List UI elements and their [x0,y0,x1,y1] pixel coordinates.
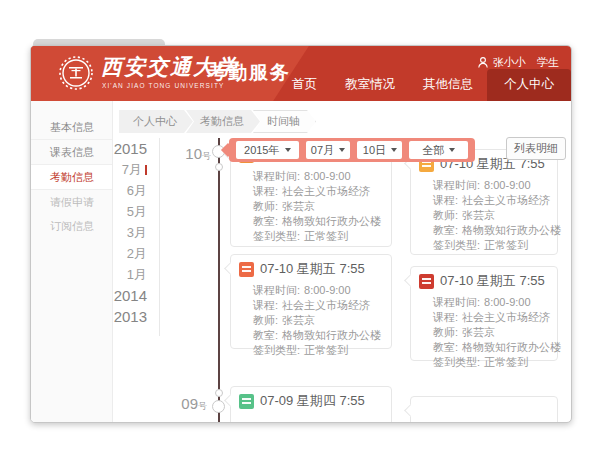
card-field: 课程时间:8:00-9:00 [433,178,549,193]
card-field-value: 张芸京 [282,200,315,212]
main-nav: 首页教室情况其他信息个人中心 [278,69,571,101]
timeline-scale-item[interactable]: 5月 [81,201,147,222]
timeline-divider [159,138,160,336]
nav-item[interactable]: 教室情况 [331,69,409,101]
card-field-value: 正常签到 [484,239,528,251]
nav-item[interactable]: 个人中心 [487,69,571,101]
timeline-scale-item[interactable]: 2013 [81,306,147,327]
card-header: 07-09 星期四 7:55 [231,387,391,412]
card-field: 签到类型:正常签到 [433,238,549,253]
card-body: 课程时间:8:00-9:00 课程:社会主义市场经济 教师:张芸京 教室:格物致… [231,280,391,364]
card-field-value: 社会主义市场经济 [282,299,370,311]
card-field-value: 社会主义市场经济 [462,194,550,206]
card-field-label: 签到类型: [253,344,300,356]
chevron-down-icon [449,148,455,152]
attendance-card: 07-10 星期五 7:55 课程时间:8:00-9:00 课程:社会主义市场经… [230,254,392,349]
timeline-node [215,163,223,171]
timeline-spine [218,138,220,422]
timeline-node [212,400,225,413]
card-field-value: 张芸京 [462,209,495,221]
day-label: 09号 [165,395,207,413]
nav-item[interactable]: 首页 [278,69,331,101]
attendance-card [410,396,558,423]
card-header: 07-10 星期五 7:55 [411,267,557,292]
user-icon [478,57,488,68]
card-field-label: 教室: [253,215,278,227]
chevron-down-icon [339,148,345,152]
card-field-value: 社会主义市场经济 [462,311,550,323]
card-header: 07-10 星期五 7:55 [231,255,391,280]
timeline-scale-item[interactable]: 3月 [81,222,147,243]
university-logo-icon [59,56,93,90]
card-field-value: 8:00-9:00 [304,170,350,182]
sidebar-item[interactable]: 基本信息 [31,115,112,140]
card-body: 课程时间:8:00-9:00 课程:社会主义市场经济 教师:张芸京 教室:格物致… [411,292,557,376]
timeline-scale-item[interactable]: 2015 [81,138,147,159]
card-field-label: 教室: [253,329,278,341]
card-field-value: 格物致知行政办公楼 [462,224,561,236]
chevron-down-icon [391,148,397,152]
user-chip[interactable]: 张小小 学生 [478,55,559,70]
card-field-label: 教师: [253,314,278,326]
card-field-label: 课程时间: [253,170,300,182]
card-body: 课程时间:8:00-9:00 课程:社会主义市场经济 教师:张芸京 教室:格物致… [231,166,391,250]
timeline-scale-item[interactable]: 2月 [81,243,147,264]
card-field-label: 课程: [433,311,458,323]
card-field: 课程:社会主义市场经济 [433,193,549,208]
card-field-label: 签到类型: [253,230,300,242]
card-field: 课程:社会主义市场经济 [253,184,383,199]
attendance-card: 07-10 星期五 7:55 课程时间:8:00-9:00 课程:社会主义市场经… [410,266,558,361]
nav-item[interactable]: 其他信息 [409,69,487,101]
card-field-value: 格物致知行政办公楼 [282,329,381,341]
card-field-value: 8:00-9:00 [304,284,350,296]
card-body [231,412,391,421]
attendance-card: 07-10 星期五 7:55 课程时间:8:00-9:00 课程:社会主义市场经… [410,149,558,255]
card-field: 课程时间:8:00-9:00 [433,295,549,310]
timeline-scale: 20157月6月5月3月2月1月20142013 [81,138,153,327]
timeline-scale-item[interactable]: 6月 [81,180,147,201]
card-field: 教师:张芸京 [253,313,383,328]
card-field-label: 课程时间: [253,284,300,296]
card-field: 签到类型:正常签到 [253,229,383,244]
card-field-label: 教室: [433,224,458,236]
card-body: 课程时间:8:00-9:00 课程:社会主义市场经济 教师:张芸京 教室:格物致… [411,175,557,259]
card-field-value: 8:00-9:00 [484,296,530,308]
timeline-scale-item[interactable]: 1月 [81,264,147,285]
day-select[interactable]: 10日 [357,141,402,159]
breadcrumb: 个人中心考勤信息时间轴 [119,110,316,133]
app-window: 西安交通大学 XI'AN JIAO TONG UNIVERSITY 考勤服务 张… [30,45,572,423]
card-field-value: 正常签到 [484,356,528,368]
card-field: 课程时间:8:00-9:00 [253,283,383,298]
timeline-scale-item[interactable]: 2014 [81,285,147,306]
timeline-scale-item[interactable]: 7月 [81,159,147,180]
card-field-value: 张芸京 [282,314,315,326]
card-field: 签到类型:正常签到 [253,343,383,358]
card-field-label: 签到类型: [433,239,480,251]
breadcrumb-item[interactable]: 考勤信息 [186,110,260,133]
year-select[interactable]: 2015年 [236,141,299,159]
card-field-value: 正常签到 [304,344,348,356]
card-field-label: 课程: [253,185,278,197]
card-header [411,397,557,419]
card-field-value: 张芸京 [462,326,495,338]
type-select[interactable]: 全部 [409,141,468,159]
card-field-label: 教师: [433,326,458,338]
user-name: 张小小 [493,55,526,70]
card-field-label: 教师: [433,209,458,221]
card-field-label: 课程时间: [433,296,480,308]
card-field-value: 格物致知行政办公楼 [462,341,561,353]
card-field-label: 课程时间: [433,179,480,191]
card-type-icon [239,262,254,277]
card-field-value: 正常签到 [304,230,348,242]
card-field: 教室:格物致知行政办公楼 [253,328,383,343]
breadcrumb-item[interactable]: 个人中心 [119,110,193,133]
card-field: 教室:格物致知行政办公楼 [433,223,549,238]
card-field-label: 教室: [433,341,458,353]
card-field-label: 课程: [433,194,458,206]
list-detail-button[interactable]: 列表明细 [506,137,566,160]
card-field: 签到类型:正常签到 [433,355,549,370]
card-field-value: 8:00-9:00 [484,179,530,191]
month-select[interactable]: 07月 [306,141,351,159]
card-field-label: 签到类型: [433,356,480,368]
breadcrumb-item[interactable]: 时间轴 [253,110,316,133]
